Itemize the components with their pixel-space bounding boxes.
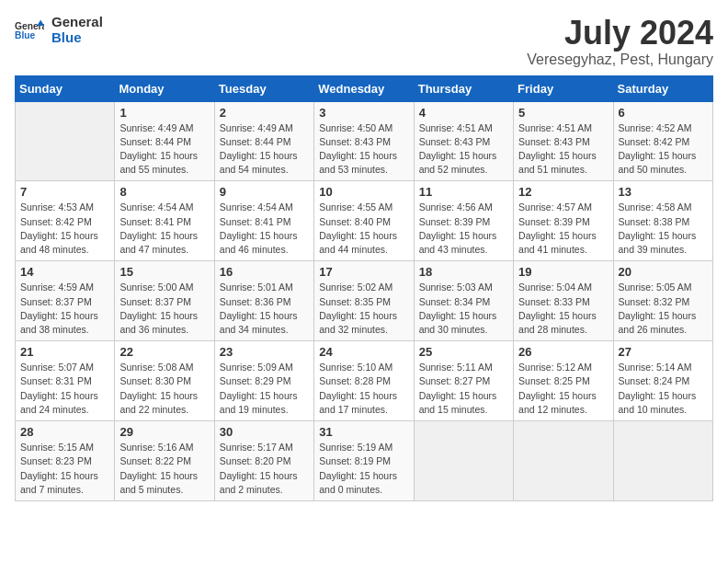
calendar-cell: 27Sunrise: 5:14 AM Sunset: 8:24 PM Dayli… xyxy=(613,341,712,421)
day-number: 28 xyxy=(20,425,109,439)
calendar-cell: 9Sunrise: 4:54 AM Sunset: 8:41 PM Daylig… xyxy=(214,181,313,261)
header-tuesday: Tuesday xyxy=(214,75,313,101)
day-info: Sunrise: 4:49 AM Sunset: 8:44 PM Dayligh… xyxy=(119,121,209,178)
calendar-table: SundayMondayTuesdayWednesdayThursdayFrid… xyxy=(15,75,713,501)
calendar-cell: 13Sunrise: 4:58 AM Sunset: 8:38 PM Dayli… xyxy=(613,181,712,261)
day-info: Sunrise: 5:03 AM Sunset: 8:34 PM Dayligh… xyxy=(419,281,508,337)
logo: General Blue General Blue xyxy=(15,15,103,45)
calendar-cell: 22Sunrise: 5:08 AM Sunset: 8:30 PM Dayli… xyxy=(115,341,214,421)
day-info: Sunrise: 4:55 AM Sunset: 8:40 PM Dayligh… xyxy=(319,201,408,257)
day-number: 15 xyxy=(119,265,209,279)
calendar-cell: 29Sunrise: 5:16 AM Sunset: 8:22 PM Dayli… xyxy=(115,421,214,501)
calendar-week-row: 1Sunrise: 4:49 AM Sunset: 8:44 PM Daylig… xyxy=(16,101,713,181)
day-number: 11 xyxy=(419,185,508,199)
day-number: 29 xyxy=(119,425,209,439)
day-number: 10 xyxy=(319,185,408,199)
day-number: 16 xyxy=(220,265,309,279)
main-title: July 2024 xyxy=(527,15,713,52)
calendar-cell: 3Sunrise: 4:50 AM Sunset: 8:43 PM Daylig… xyxy=(314,101,414,181)
calendar-cell: 2Sunrise: 4:49 AM Sunset: 8:44 PM Daylig… xyxy=(214,101,313,181)
calendar-cell: 15Sunrise: 5:00 AM Sunset: 8:37 PM Dayli… xyxy=(115,261,214,341)
calendar-week-row: 28Sunrise: 5:15 AM Sunset: 8:23 PM Dayli… xyxy=(16,421,713,501)
day-number: 1 xyxy=(119,106,209,120)
day-info: Sunrise: 5:15 AM Sunset: 8:23 PM Dayligh… xyxy=(20,441,109,497)
day-number: 12 xyxy=(518,185,608,199)
day-info: Sunrise: 4:54 AM Sunset: 8:41 PM Dayligh… xyxy=(119,201,209,257)
header-sunday: Sunday xyxy=(16,75,115,101)
calendar-cell: 6Sunrise: 4:52 AM Sunset: 8:42 PM Daylig… xyxy=(613,101,712,181)
calendar-cell: 17Sunrise: 5:02 AM Sunset: 8:35 PM Dayli… xyxy=(314,261,414,341)
calendar-cell xyxy=(16,101,115,181)
day-info: Sunrise: 4:54 AM Sunset: 8:41 PM Dayligh… xyxy=(220,201,309,257)
day-number: 21 xyxy=(20,345,109,359)
calendar-cell xyxy=(514,421,613,501)
day-info: Sunrise: 5:02 AM Sunset: 8:35 PM Dayligh… xyxy=(319,281,408,337)
day-number: 24 xyxy=(319,345,408,359)
day-info: Sunrise: 4:50 AM Sunset: 8:43 PM Dayligh… xyxy=(319,121,408,178)
day-info: Sunrise: 4:57 AM Sunset: 8:39 PM Dayligh… xyxy=(518,201,608,257)
day-number: 25 xyxy=(419,345,508,359)
calendar-cell: 16Sunrise: 5:01 AM Sunset: 8:36 PM Dayli… xyxy=(214,261,313,341)
calendar-cell: 24Sunrise: 5:10 AM Sunset: 8:28 PM Dayli… xyxy=(314,341,414,421)
header-thursday: Thursday xyxy=(414,75,513,101)
calendar-cell xyxy=(414,421,513,501)
day-info: Sunrise: 4:53 AM Sunset: 8:42 PM Dayligh… xyxy=(20,201,109,257)
day-info: Sunrise: 4:58 AM Sunset: 8:38 PM Dayligh… xyxy=(619,201,708,257)
day-info: Sunrise: 5:12 AM Sunset: 8:25 PM Dayligh… xyxy=(518,361,608,417)
header-monday: Monday xyxy=(115,75,214,101)
day-number: 8 xyxy=(119,185,209,199)
calendar-cell: 28Sunrise: 5:15 AM Sunset: 8:23 PM Dayli… xyxy=(16,421,115,501)
calendar-cell: 4Sunrise: 4:51 AM Sunset: 8:43 PM Daylig… xyxy=(414,101,513,181)
day-number: 31 xyxy=(319,425,408,439)
day-number: 20 xyxy=(619,265,708,279)
calendar-cell: 1Sunrise: 4:49 AM Sunset: 8:44 PM Daylig… xyxy=(115,101,214,181)
day-number: 18 xyxy=(419,265,508,279)
day-info: Sunrise: 4:51 AM Sunset: 8:43 PM Dayligh… xyxy=(419,121,508,178)
calendar-week-row: 7Sunrise: 4:53 AM Sunset: 8:42 PM Daylig… xyxy=(16,181,713,261)
day-info: Sunrise: 5:19 AM Sunset: 8:19 PM Dayligh… xyxy=(319,441,408,497)
calendar-cell: 14Sunrise: 4:59 AM Sunset: 8:37 PM Dayli… xyxy=(16,261,115,341)
calendar-cell: 31Sunrise: 5:19 AM Sunset: 8:19 PM Dayli… xyxy=(314,421,414,501)
calendar-header-row: SundayMondayTuesdayWednesdayThursdayFrid… xyxy=(16,75,713,101)
subtitle: Veresegyhaz, Pest, Hungary xyxy=(527,52,713,68)
calendar-cell: 11Sunrise: 4:56 AM Sunset: 8:39 PM Dayli… xyxy=(414,181,513,261)
calendar-week-row: 14Sunrise: 4:59 AM Sunset: 8:37 PM Dayli… xyxy=(16,261,713,341)
day-info: Sunrise: 4:51 AM Sunset: 8:43 PM Dayligh… xyxy=(518,121,608,178)
calendar-week-row: 21Sunrise: 5:07 AM Sunset: 8:31 PM Dayli… xyxy=(16,341,713,421)
day-info: Sunrise: 5:00 AM Sunset: 8:37 PM Dayligh… xyxy=(119,281,209,337)
calendar-cell: 26Sunrise: 5:12 AM Sunset: 8:25 PM Dayli… xyxy=(514,341,613,421)
day-number: 6 xyxy=(619,106,708,120)
calendar-cell: 5Sunrise: 4:51 AM Sunset: 8:43 PM Daylig… xyxy=(514,101,613,181)
logo-blue: Blue xyxy=(51,30,103,46)
day-number: 19 xyxy=(518,265,608,279)
day-info: Sunrise: 4:59 AM Sunset: 8:37 PM Dayligh… xyxy=(20,281,109,337)
day-info: Sunrise: 5:01 AM Sunset: 8:36 PM Dayligh… xyxy=(220,281,309,337)
header-saturday: Saturday xyxy=(613,75,712,101)
day-number: 7 xyxy=(20,185,109,199)
day-number: 2 xyxy=(220,106,309,120)
day-info: Sunrise: 5:09 AM Sunset: 8:29 PM Dayligh… xyxy=(220,361,309,417)
calendar-cell: 23Sunrise: 5:09 AM Sunset: 8:29 PM Dayli… xyxy=(214,341,313,421)
day-info: Sunrise: 4:49 AM Sunset: 8:44 PM Dayligh… xyxy=(220,121,309,178)
day-info: Sunrise: 5:14 AM Sunset: 8:24 PM Dayligh… xyxy=(619,361,708,417)
calendar-cell: 20Sunrise: 5:05 AM Sunset: 8:32 PM Dayli… xyxy=(613,261,712,341)
header-wednesday: Wednesday xyxy=(314,75,414,101)
day-number: 30 xyxy=(220,425,309,439)
day-info: Sunrise: 5:16 AM Sunset: 8:22 PM Dayligh… xyxy=(119,441,209,497)
day-info: Sunrise: 5:05 AM Sunset: 8:32 PM Dayligh… xyxy=(619,281,708,337)
calendar-cell: 25Sunrise: 5:11 AM Sunset: 8:27 PM Dayli… xyxy=(414,341,513,421)
day-number: 9 xyxy=(220,185,309,199)
day-number: 4 xyxy=(419,106,508,120)
calendar-cell: 10Sunrise: 4:55 AM Sunset: 8:40 PM Dayli… xyxy=(314,181,414,261)
day-info: Sunrise: 5:10 AM Sunset: 8:28 PM Dayligh… xyxy=(319,361,408,417)
day-number: 17 xyxy=(319,265,408,279)
day-number: 27 xyxy=(619,345,708,359)
day-info: Sunrise: 5:04 AM Sunset: 8:33 PM Dayligh… xyxy=(518,281,608,337)
day-number: 23 xyxy=(220,345,309,359)
calendar-cell xyxy=(613,421,712,501)
day-number: 22 xyxy=(119,345,209,359)
logo-general: General xyxy=(51,15,103,30)
calendar-cell: 12Sunrise: 4:57 AM Sunset: 8:39 PM Dayli… xyxy=(514,181,613,261)
svg-text:Blue: Blue xyxy=(15,29,35,40)
header-friday: Friday xyxy=(514,75,613,101)
